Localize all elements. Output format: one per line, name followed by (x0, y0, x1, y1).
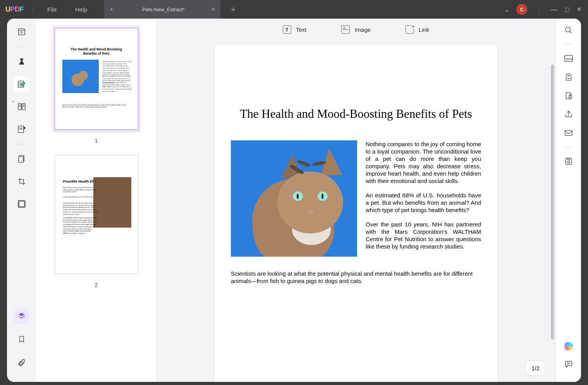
right-toolbar: OCR (555, 19, 581, 382)
svg-rect-4 (22, 104, 25, 110)
separator (564, 147, 573, 147)
reader-tool-icon[interactable] (14, 24, 29, 40)
app-frame: The Health and Mood-Boosting Benefits of… (7, 19, 581, 382)
window-minimize-icon[interactable]: — (551, 5, 558, 14)
main-area: T Text Image Link The Health and Mood-Bo… (156, 19, 555, 382)
svg-rect-14 (569, 96, 571, 98)
text-icon: T (283, 25, 291, 34)
tab-title: Pets-New_Extract* (122, 7, 205, 12)
svg-point-10 (565, 27, 570, 32)
ocr-icon[interactable]: OCR (563, 54, 574, 63)
user-avatar[interactable]: C (516, 4, 527, 15)
vertical-scrollbar[interactable] (551, 64, 554, 367)
edit-link-button[interactable]: Link (406, 25, 430, 34)
divider (539, 5, 539, 13)
email-icon[interactable] (563, 128, 574, 138)
window-close-icon[interactable]: ✕ (577, 6, 582, 13)
tab-close-icon[interactable]: ✕ (211, 6, 216, 12)
menu-help[interactable]: Help (66, 2, 96, 17)
link-icon (406, 25, 414, 34)
dropdown-icon[interactable]: ⌄ (504, 6, 509, 13)
form-tool-icon[interactable] (14, 99, 29, 114)
thumb-image (62, 60, 99, 93)
organize-tool-icon[interactable] (14, 121, 29, 137)
page-indicator[interactable]: 1/2 (526, 361, 545, 376)
document-viewport[interactable]: The Health and Mood-Boosting Benefits of… (156, 40, 555, 382)
svg-rect-13 (566, 74, 571, 81)
tab-menu-chevron-icon[interactable]: ▾ (110, 7, 113, 12)
edit-image-button[interactable]: Image (341, 25, 371, 34)
thumb-page-number: 2 (95, 282, 98, 288)
edit-tool-icon[interactable] (14, 76, 29, 92)
edit-text-label: Text (296, 26, 307, 33)
save-icon[interactable] (563, 157, 574, 166)
paragraph: Nothing compares to the joy of coming ho… (366, 140, 481, 185)
svg-point-17 (567, 161, 570, 163)
edit-toolbar: T Text Image Link (156, 19, 555, 40)
document-title: The Health and Mood-Boosting Benefits of… (231, 107, 481, 121)
edit-image-label: Image (354, 26, 371, 33)
edit-link-label: Link (419, 26, 430, 33)
document-tab[interactable]: ▾ Pets-New_Extract* ✕ (104, 0, 220, 19)
svg-rect-18 (567, 158, 570, 160)
thumb-title: The Health and Mood-Boosting Benefits of… (70, 47, 123, 56)
left-toolbar (7, 19, 36, 382)
scrollbar-thumb[interactable] (551, 64, 554, 340)
titlebar: UPDF File Help ▾ Pets-New_Extract* ✕ ＋ ⌄… (0, 0, 588, 19)
svg-rect-16 (566, 158, 571, 165)
thumbnails-panel-icon[interactable] (14, 308, 29, 324)
image-icon (341, 25, 350, 34)
app-logo: UPDF (5, 5, 24, 14)
svg-text:OCR: OCR (566, 57, 573, 61)
svg-rect-3 (18, 104, 21, 110)
share-icon[interactable] (563, 110, 574, 119)
paragraph: Over the past 10 years, NIH has partnere… (366, 221, 481, 250)
rail-indicator-dot (12, 100, 15, 103)
svg-rect-1 (21, 59, 23, 60)
thumbnail-panel: The Health and Mood-Boosting Benefits of… (36, 19, 156, 382)
bookmark-panel-icon[interactable] (14, 331, 29, 347)
crop-tool-icon[interactable] (14, 174, 29, 189)
menu-file[interactable]: File (38, 2, 66, 17)
comment-icon[interactable] (563, 359, 574, 369)
page-thumbnail-1[interactable]: The Health and Mood-Boosting Benefits of… (55, 28, 138, 130)
paragraph: An estimated 68% of U.S. households have… (366, 192, 481, 214)
separator (564, 44, 573, 45)
separator (17, 47, 27, 47)
attachment-panel-icon[interactable] (14, 355, 29, 370)
window-maximize-icon[interactable]: ▢ (565, 6, 570, 12)
search-icon[interactable] (563, 26, 574, 35)
document-image[interactable] (231, 140, 357, 257)
thumb-image (93, 177, 131, 228)
thumb-page-number: 1 (95, 138, 98, 144)
page-thumbnail-2[interactable]: Possible Health Effects Research on huma… (55, 155, 138, 274)
svg-rect-19 (565, 361, 572, 366)
new-tab-button[interactable]: ＋ (229, 3, 237, 15)
svg-rect-15 (565, 131, 572, 136)
protect-icon[interactable] (563, 91, 574, 100)
document-text-column[interactable]: Nothing compares to the joy of coming ho… (366, 140, 481, 257)
convert-icon[interactable] (563, 73, 574, 82)
pages-tool-icon[interactable] (14, 151, 29, 167)
svg-rect-7 (19, 157, 23, 162)
document-page[interactable]: The Health and Mood-Boosting Benefits of… (215, 44, 497, 382)
separator (17, 144, 27, 144)
divider (33, 5, 33, 13)
ai-assistant-icon[interactable] (563, 342, 574, 351)
svg-rect-9 (19, 201, 24, 207)
edit-text-button[interactable]: T Text (283, 25, 307, 34)
highlighter-tool-icon[interactable] (14, 54, 29, 69)
paragraph: Scientists are looking at what the poten… (231, 270, 481, 285)
redact-tool-icon[interactable] (14, 196, 29, 212)
